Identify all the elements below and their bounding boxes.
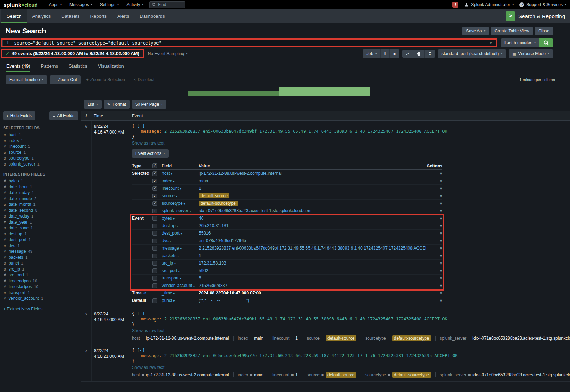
field-link[interactable]: host — [9, 132, 17, 137]
nav-item-datasets[interactable]: Datasets — [56, 9, 85, 23]
summary-field-index[interactable]: index=main — [233, 336, 268, 341]
field-link[interactable]: dest_port — [9, 237, 26, 242]
field-link[interactable]: date_month — [9, 202, 31, 207]
per-page-button[interactable]: 50 Per Page▾ — [132, 100, 166, 109]
field-link[interactable]: vendor_account — [9, 296, 39, 301]
summary-field-linecount[interactable]: linecount=1 — [268, 336, 302, 341]
field-item-date_year[interactable]: #date_year1 — [3, 220, 78, 226]
field-link[interactable]: date_second — [9, 208, 33, 213]
field-item-date_mday[interactable]: #date_mday1 — [3, 190, 78, 196]
field-name-dropdown[interactable]: packets▾ — [162, 253, 199, 258]
event-actions-button[interactable]: Event Actions▾ — [132, 149, 169, 158]
field-item-date_month[interactable]: adate_month1 — [3, 202, 78, 208]
share-job-button[interactable]: ↗ — [402, 50, 413, 58]
tab-patterns[interactable]: Patterns — [40, 61, 58, 72]
field-name-dropdown[interactable]: index▾ — [162, 178, 199, 183]
event-sampling-menu[interactable]: No Event Sampling▾ — [148, 51, 188, 56]
field-select-checkbox[interactable] — [152, 268, 157, 273]
field-item-message[interactable]: #message49 — [3, 249, 78, 255]
field-link[interactable]: message — [9, 249, 26, 254]
field-item-date_hour[interactable]: #date_hour1 — [3, 184, 78, 190]
field-item-transport[interactable]: atransport1 — [3, 290, 78, 296]
field-link[interactable]: date_zone — [9, 225, 28, 230]
field-item-source[interactable]: asource1 — [3, 150, 78, 156]
field-name-dropdown[interactable]: host▾ — [162, 171, 199, 176]
field-value[interactable]: default-source — [199, 193, 426, 198]
field-item-packets[interactable]: #packets1 — [3, 255, 78, 261]
summary-field-host[interactable]: host=ip-172-31-12-88.us-west-2.compute.i… — [132, 372, 233, 377]
field-name-dropdown[interactable]: message▾ — [162, 246, 199, 251]
field-item-dest_ip[interactable]: adest_ip1 — [3, 231, 78, 237]
field-link[interactable]: linecount — [9, 144, 26, 149]
topbar-menu-apps[interactable]: Apps▾ — [45, 0, 66, 9]
field-select-checkbox[interactable]: ✓ — [152, 179, 157, 183]
field-item-timestartpos[interactable]: #timestartpos10 — [3, 284, 78, 290]
summary-field-splunk_server[interactable]: splunk_server=idx-i-071e0bc653288ba23.ac… — [435, 336, 570, 341]
field-select-checkbox[interactable] — [152, 224, 157, 228]
field-value[interactable]: 2024-08-22T04:16:47.000-07:00 — [199, 291, 426, 296]
field-value[interactable]: 215263928837 — [199, 283, 426, 288]
field-item-src_port[interactable]: #src_port1 — [3, 272, 78, 278]
collapse-json-icon[interactable]: [-] — [137, 311, 145, 316]
field-value[interactable]: 205.210.31.131 — [199, 223, 426, 228]
summary-field-source[interactable]: source=default-source — [302, 372, 361, 378]
field-item-date_second[interactable]: #date_second8 — [3, 208, 78, 214]
support-menu[interactable]: ? Support & Services ▾ — [519, 2, 566, 7]
field-select-checkbox[interactable] — [152, 261, 157, 266]
field-actions-button[interactable]: ∨ — [426, 283, 442, 288]
field-value[interactable]: eni-078c404d8dd17796b — [199, 238, 426, 243]
field-item-vendor_account[interactable]: #vendor_account1 — [3, 296, 78, 302]
expand-search-icon[interactable]: ∨ — [489, 40, 492, 45]
select-all-checkbox[interactable]: ✓ — [152, 163, 157, 168]
field-link[interactable]: timeendpos — [9, 278, 31, 283]
field-link[interactable]: date_minute — [9, 196, 32, 201]
find-search-box[interactable]: Find — [149, 1, 185, 8]
field-actions-button[interactable]: ∨ — [426, 254, 442, 258]
all-fields-button[interactable]: ≡All Fields — [49, 111, 78, 120]
nav-item-reports[interactable]: Reports — [85, 9, 112, 23]
format-results-button[interactable]: ✎Format — [104, 100, 130, 109]
splunk-cloud-logo[interactable]: splunk>cloud — [4, 2, 38, 8]
create-table-view-button[interactable]: Create Table View — [491, 27, 533, 35]
search-query-input[interactable]: 1 source="default-source" sourcetype="de… — [2, 40, 496, 46]
field-actions-button[interactable]: ∨ — [426, 201, 442, 206]
nav-item-alerts[interactable]: Alerts — [112, 9, 134, 23]
summary-field-linecount[interactable]: linecount=1 — [268, 372, 302, 377]
field-value[interactable]: main — [199, 178, 426, 183]
field-value[interactable]: 172.31.58.193 — [199, 261, 426, 266]
field-select-checkbox[interactable] — [152, 246, 157, 251]
field-item-linecount[interactable]: #linecount1 — [3, 144, 78, 150]
field-select-checkbox[interactable] — [152, 231, 157, 236]
print-button[interactable] — [413, 50, 425, 58]
field-item-date_wday[interactable]: adate_wday1 — [3, 214, 78, 220]
field-select-checkbox[interactable]: ✓ — [152, 201, 157, 206]
user-menu[interactable]: Splunk Administrator ▾ — [464, 2, 514, 7]
field-item-dvc[interactable]: advc1 — [3, 243, 78, 249]
field-actions-button[interactable]: ∨ — [426, 171, 442, 176]
field-link[interactable]: timestartpos — [9, 284, 32, 289]
field-item-bytes[interactable]: #bytes1 — [3, 178, 78, 184]
field-item-timeendpos[interactable]: #timeendpos10 — [3, 278, 78, 284]
field-name-dropdown[interactable]: src_ip▾ — [162, 261, 199, 266]
field-link[interactable]: transport — [9, 290, 25, 295]
extract-new-fields-link[interactable]: + Extract New Fields — [3, 307, 78, 312]
field-link[interactable]: dest_ip — [9, 231, 22, 236]
field-select-checkbox[interactable] — [152, 216, 157, 221]
list-view-button[interactable]: List▾ — [84, 100, 102, 109]
field-actions-button[interactable]: ∨ — [426, 194, 442, 198]
pause-job-button[interactable]: ‖ — [381, 49, 390, 58]
field-name-dropdown[interactable]: source▾ — [162, 193, 199, 198]
field-name-dropdown[interactable]: dest_ip▾ — [162, 223, 199, 228]
export-button[interactable]: ↧ — [425, 50, 435, 58]
field-name-dropdown[interactable]: dest_port▾ — [162, 231, 199, 236]
field-value[interactable]: 5902 — [199, 268, 426, 273]
job-menu-button[interactable]: Job▾ — [363, 49, 380, 58]
field-link[interactable]: date_year — [9, 220, 27, 225]
field-value[interactable]: 55816 — [199, 231, 426, 236]
tab-statistics[interactable]: Statistics — [68, 61, 88, 72]
summary-field-sourcetype[interactable]: sourcetype=default-sourcetype — [361, 335, 435, 341]
field-select-checkbox[interactable]: ✓ — [152, 209, 157, 213]
field-select-checkbox[interactable] — [152, 276, 157, 281]
field-link[interactable]: src_port — [9, 272, 24, 277]
field-select-checkbox[interactable]: ✓ — [152, 171, 157, 176]
